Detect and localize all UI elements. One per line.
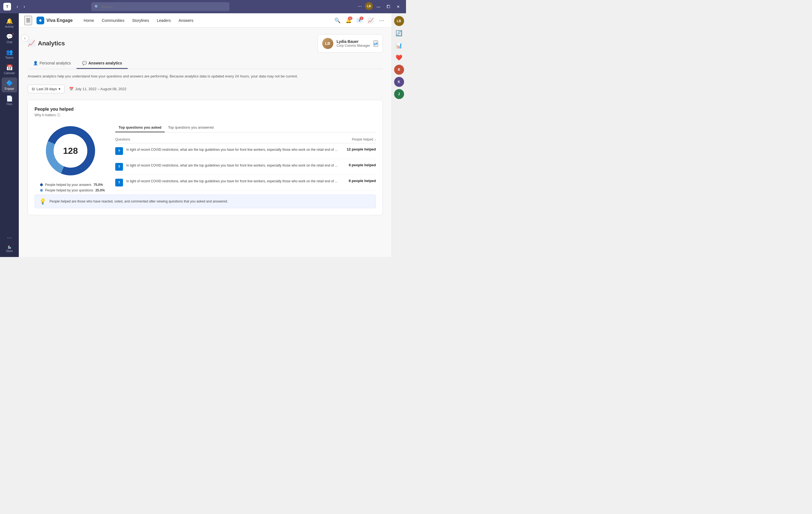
personal-analytics-tab-icon: 👤 — [33, 61, 38, 65]
app-logo: Viva Engage — [36, 17, 73, 24]
right-sidebar-item-refresh[interactable]: 🔄 — [394, 28, 405, 39]
nav-link-leaders[interactable]: Leaders — [153, 17, 174, 24]
user-avatar-titlebar[interactable]: LB — [365, 2, 373, 10]
activity-icon: 🔔 — [6, 18, 13, 24]
page-title: Analytics — [38, 40, 65, 47]
hamburger-button[interactable]: ☰ — [24, 16, 32, 25]
info-bar: 💡 People helped are those who have react… — [34, 194, 376, 208]
switch-user-button[interactable]: ⇄ — [373, 40, 378, 47]
nav-link-answers[interactable]: Answers — [175, 17, 197, 24]
analytics-tabs: 👤 Personal analytics 💬 Answers analytics — [28, 58, 383, 69]
people-helped-value-1: 12 people helped — [340, 147, 376, 151]
tab-answers-analytics[interactable]: 💬 Answers analytics — [77, 58, 128, 69]
col-questions-header: Questions — [115, 137, 340, 141]
nav-link-home[interactable]: Home — [81, 17, 97, 24]
notifications-button[interactable]: 🔔 12 — [344, 16, 353, 25]
legend: People helped by your answers 75.0% Peop… — [40, 183, 105, 192]
tab-personal-analytics[interactable]: 👤 Personal analytics — [28, 58, 77, 69]
user-name: Lydia Bauer — [337, 39, 370, 44]
top-nav: ☰ Viva Engage Home Communities Storyline… — [19, 13, 392, 28]
right-sidebar-item-user3[interactable]: K — [394, 76, 405, 87]
content-area: ☰ Viva Engage Home Communities Storyline… — [19, 13, 406, 257]
user-card: LB Lydia Bauer Corp Comms Manager ⇄ — [318, 34, 383, 53]
section-card: People you helped Why it matters ⓘ — [28, 100, 383, 215]
store-icon: 🏪 — [8, 246, 11, 249]
chart-icon: 📊 — [396, 42, 402, 49]
nav-link-storylines[interactable]: Storylines — [129, 17, 152, 24]
inner-tab-asked[interactable]: Top questions you asked — [115, 123, 165, 132]
col-people-helped-header: People helped ↓ — [340, 137, 376, 141]
nav-back-button[interactable]: ‹ — [14, 3, 20, 10]
right-sidebar-item-chart[interactable]: 📊 — [394, 40, 405, 51]
calendar-icon: 📅 — [6, 64, 13, 71]
nav-arrows: ‹ › — [14, 3, 27, 10]
search-input[interactable] — [101, 5, 226, 9]
top-nav-actions: 🔍 🔔 12 📧 5 📈 ⋯ — [333, 16, 386, 25]
chat-badge: 💬 — [6, 33, 13, 40]
search-icon: 🔍 — [94, 5, 99, 9]
table-row: ? In light of recent COVID restrictions,… — [115, 175, 376, 191]
nav-link-communities[interactable]: Communities — [98, 17, 128, 24]
inner-tab-answered[interactable]: Top questions you answered — [165, 123, 217, 132]
right-sidebar-item-heart[interactable]: ❤️ — [394, 52, 405, 63]
sidebar-item-store[interactable]: 🏪 Store — [4, 243, 15, 255]
filter-bar: ⊟ Last 28 days ▾ 📅 July 11, 2022 – Augus… — [28, 85, 383, 93]
maximize-button[interactable]: ⧠ — [384, 2, 393, 11]
close-button[interactable]: ✕ — [394, 2, 403, 11]
right-sidebar-item-user2[interactable]: R — [394, 64, 405, 75]
sidebar-item-engage[interactable]: 🔷 Engage — [2, 78, 17, 92]
search-button[interactable]: 🔍 — [333, 16, 342, 25]
info-icon: ⓘ — [57, 113, 60, 117]
filter-icon: ⊟ — [32, 87, 35, 91]
section-subtitle: Why it matters ⓘ — [34, 113, 376, 117]
analytics-nav-button[interactable]: 📈 — [366, 16, 375, 25]
date-range-label: 📅 July 11, 2022 – August 08, 2022 — [69, 87, 126, 91]
people-helped-value-2: 9 people helped — [340, 163, 376, 167]
mail-button[interactable]: 📧 5 — [355, 16, 364, 25]
user-info: Lydia Bauer Corp Comms Manager — [337, 39, 370, 48]
analytics-icon: 📈 — [28, 40, 35, 47]
table-row: ? In light of recent COVID restrictions,… — [115, 143, 376, 159]
sidebar-item-activity[interactable]: 🔔 Activity — [2, 16, 17, 30]
app-name: Viva Engage — [47, 18, 73, 23]
left-sidebar: 🔔 Activity 💬 Chat 👥 Teams 📅 Calender 🔷 E… — [0, 13, 19, 257]
right-avatar-4: J — [394, 89, 404, 99]
search-bar[interactable]: 🔍 — [91, 2, 229, 11]
top-nav-links: Home Communities Storylines Leaders Answ… — [81, 17, 197, 24]
question-icon-3: ? — [115, 179, 123, 186]
right-avatar-1: LB — [394, 16, 404, 26]
chart-area: 128 People helped by your answers 75.0% — [34, 123, 107, 192]
more-nav-button[interactable]: ⋯ — [377, 16, 386, 25]
date-filter-button[interactable]: ⊟ Last 28 days ▾ — [28, 85, 65, 93]
more-options-button[interactable]: ··· — [355, 2, 364, 11]
sidebar-item-teams[interactable]: 👥 Teams — [2, 47, 17, 61]
question-text-2: In light of recent COVID restrictions, w… — [126, 163, 340, 168]
legend-dot-questions — [40, 189, 43, 192]
sidebar-more-button[interactable]: ··· — [5, 232, 14, 243]
chevron-down-icon: ▾ — [59, 87, 60, 91]
answers-analytics-tab-icon: 💬 — [82, 61, 87, 65]
minimize-button[interactable]: — — [374, 2, 383, 11]
app-frame: ☰ Viva Engage Home Communities Storyline… — [19, 13, 392, 257]
question-icon-2: ? — [115, 163, 123, 171]
question-text-1: In light of recent COVID restrictions, w… — [126, 147, 340, 152]
teams-logo: T — [3, 3, 11, 10]
heart-icon: ❤️ — [396, 54, 402, 61]
back-button[interactable]: ‹ — [21, 34, 29, 42]
legend-item-questions: People helped by your questions 25.0% — [40, 188, 105, 192]
engage-icon: 🔷 — [6, 80, 13, 86]
right-sidebar-item-user4[interactable]: J — [394, 88, 405, 100]
legend-item-answers: People helped by your answers 75.0% — [40, 183, 105, 187]
page-content: ‹ 📈 Analytics LB Lydia Bauer Corp Comms … — [19, 28, 392, 257]
window-controls: ··· LB — ⧠ ✕ — [355, 2, 403, 11]
question-icon-1: ? — [115, 147, 123, 155]
sidebar-item-chat[interactable]: 💬 Chat — [2, 31, 17, 46]
right-sidebar-item-user1[interactable]: LB — [394, 16, 405, 27]
nav-forward-button[interactable]: › — [21, 3, 27, 10]
right-sidebar: LB 🔄 📊 ❤️ R K J — [392, 13, 406, 257]
sidebar-item-files[interactable]: 📄 Files — [2, 93, 17, 108]
sidebar-item-calendar[interactable]: 📅 Calender — [2, 62, 17, 77]
user-avatar: LB — [322, 38, 333, 49]
page-header: 📈 Analytics LB Lydia Bauer Corp Comms Ma… — [28, 34, 383, 53]
mail-badge: 5 — [359, 17, 364, 20]
